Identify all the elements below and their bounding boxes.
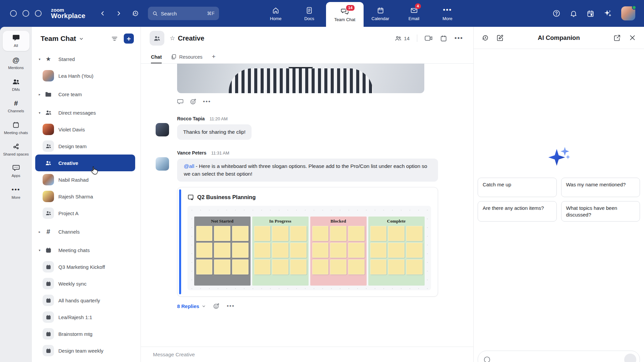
add-tab-icon[interactable]: + xyxy=(212,53,216,63)
ai-chip-name-mentioned[interactable]: Was my name mentioned? xyxy=(561,178,640,197)
today-calendar-icon[interactable] xyxy=(587,10,594,17)
sticky-note[interactable] xyxy=(312,259,329,275)
sticky-note[interactable] xyxy=(370,226,387,241)
more-options-icon[interactable]: ••• xyxy=(454,35,463,42)
sidebar-item-creative[interactable]: Creative xyxy=(35,155,135,171)
add-reaction-icon[interactable] xyxy=(213,303,220,309)
avatar[interactable] xyxy=(156,123,169,136)
tab-team-chat[interactable]: 14 Team Chat xyxy=(326,2,364,27)
tab-more[interactable]: ••• More xyxy=(431,0,464,27)
sidebar-item-design-team-weekly[interactable]: Design team weekly xyxy=(35,342,135,359)
add-reaction-icon[interactable] xyxy=(190,98,197,105)
tab-email[interactable]: 4 Email xyxy=(397,0,431,27)
ai-chip-action-items[interactable]: Are there any action items? xyxy=(478,201,557,222)
sticky-note[interactable] xyxy=(370,259,387,275)
message-author[interactable]: Vance Peters xyxy=(177,150,206,156)
message-more-icon[interactable]: ••• xyxy=(227,303,235,309)
sticky-note[interactable] xyxy=(196,226,213,241)
caret-down-icon[interactable]: ▾ xyxy=(37,111,43,115)
member-count[interactable]: 14 xyxy=(395,36,410,41)
ai-history-icon[interactable] xyxy=(482,34,489,42)
sticky-note[interactable] xyxy=(272,259,288,275)
star-outline-icon[interactable]: ☆ xyxy=(170,35,175,42)
rail-item-channels[interactable]: # Channels xyxy=(3,100,30,113)
sidebar-section-direct-messages[interactable]: ▾ Direct messages xyxy=(35,104,135,121)
sticky-note[interactable] xyxy=(312,243,329,258)
notifications-bell-icon[interactable] xyxy=(570,9,578,17)
sticky-note[interactable] xyxy=(232,226,249,241)
sticky-note[interactable] xyxy=(348,226,365,241)
caret-down-icon[interactable]: ▾ xyxy=(37,248,43,252)
ai-send-button[interactable] xyxy=(624,354,636,362)
message-author[interactable]: Rocco Tapia xyxy=(177,116,205,121)
sticky-note[interactable] xyxy=(406,243,423,258)
mention-all[interactable]: @all xyxy=(184,163,194,169)
ai-prompt-input[interactable] xyxy=(478,351,640,362)
ai-close-icon[interactable] xyxy=(629,34,636,41)
sidebar-item-violet-davis[interactable]: Violet Davis xyxy=(35,121,135,138)
sidebar-item-all-hands-quarterly[interactable]: All hands quarterly xyxy=(35,292,135,309)
shared-video-frame[interactable] xyxy=(177,64,424,93)
sidebar-item-q3-marketing-kickoff[interactable]: Q3 Marketing Kickoff xyxy=(35,258,135,275)
sticky-note[interactable] xyxy=(214,259,230,275)
sidebar-section-core-team[interactable]: ▸ Core team xyxy=(35,86,135,103)
avatar[interactable] xyxy=(156,157,169,171)
tab-calendar[interactable]: Calendar xyxy=(364,0,397,27)
sticky-note[interactable] xyxy=(232,259,249,275)
message-composer[interactable]: Message Creative xyxy=(141,347,473,362)
sticky-note[interactable] xyxy=(330,243,346,258)
sticky-note[interactable] xyxy=(406,259,423,275)
sidebar-item-nabil-rashad[interactable]: Nabil Rashad xyxy=(35,171,135,188)
rail-item-all[interactable]: All xyxy=(3,31,30,51)
sidebar-item-brainstorm-mtg[interactable]: Brainstorm mtg xyxy=(35,325,135,342)
caret-right-icon[interactable]: ▸ xyxy=(37,93,43,96)
history-icon[interactable] xyxy=(132,10,139,17)
sticky-note[interactable] xyxy=(254,259,271,275)
message-bubble[interactable]: @all - Here is a whiteboard with three s… xyxy=(177,159,438,182)
tab-chat[interactable]: Chat xyxy=(151,54,162,63)
sidebar-item-weekly-sync[interactable]: Weekly sync xyxy=(35,275,135,292)
sticky-note[interactable] xyxy=(290,259,307,275)
new-chat-button[interactable]: + xyxy=(124,34,134,44)
sidebar-section-channels[interactable]: ▸ # Channels xyxy=(35,223,135,240)
replies-link[interactable]: 8 Replies xyxy=(177,303,206,309)
message-bubble[interactable]: Thanks for sharing the clip! xyxy=(177,124,252,140)
sidebar-item-rajesh-sharma[interactable]: Rajesh Sharma xyxy=(35,188,135,205)
sticky-note[interactable] xyxy=(388,243,405,258)
window-controls[interactable] xyxy=(10,10,42,17)
window-zoom-button[interactable] xyxy=(35,10,42,17)
reply-in-thread-icon[interactable] xyxy=(177,99,183,105)
tab-docs[interactable]: Docs xyxy=(292,0,326,27)
sticky-note[interactable] xyxy=(388,259,405,275)
sticky-note[interactable] xyxy=(272,226,288,241)
ai-companion-sparkle-icon[interactable] xyxy=(603,9,612,18)
sticky-note[interactable] xyxy=(312,226,329,241)
caret-down-icon[interactable]: ▾ xyxy=(37,57,43,61)
filter-icon[interactable] xyxy=(111,36,118,42)
user-avatar[interactable] xyxy=(621,6,635,20)
sticky-note[interactable] xyxy=(214,226,230,241)
sidebar-item-design-team[interactable]: Design team xyxy=(35,138,135,155)
sticky-note[interactable] xyxy=(330,226,346,241)
sticky-note[interactable] xyxy=(196,243,213,258)
rail-item-apps[interactable]: Apps xyxy=(3,164,30,178)
sticky-note[interactable] xyxy=(330,259,346,275)
ai-pop-out-icon[interactable] xyxy=(613,34,621,42)
whiteboard-card[interactable]: Q2 Business Planning Not StartedIn Progr… xyxy=(177,187,438,297)
start-video-meeting-icon[interactable] xyxy=(425,35,433,41)
sticky-note[interactable] xyxy=(388,226,405,241)
sidebar-section-starred[interactable]: ▾ ★ Starred xyxy=(35,51,135,67)
chevron-down-icon[interactable] xyxy=(79,36,84,41)
tab-resources[interactable]: Resources xyxy=(171,54,202,63)
window-close-button[interactable] xyxy=(10,10,17,17)
ai-chip-catch-me-up[interactable]: Catch me up xyxy=(478,178,557,197)
sticky-note[interactable] xyxy=(348,259,365,275)
tab-home[interactable]: Home xyxy=(259,0,292,27)
schedule-meeting-icon[interactable] xyxy=(440,35,447,42)
search-input[interactable]: Search ⌘F xyxy=(148,7,219,20)
sticky-note[interactable] xyxy=(254,226,271,241)
sticky-note[interactable] xyxy=(254,243,271,258)
sidebar-item-project-a[interactable]: Project A xyxy=(35,205,135,222)
sticky-note[interactable] xyxy=(348,243,365,258)
sticky-note[interactable] xyxy=(290,243,307,258)
